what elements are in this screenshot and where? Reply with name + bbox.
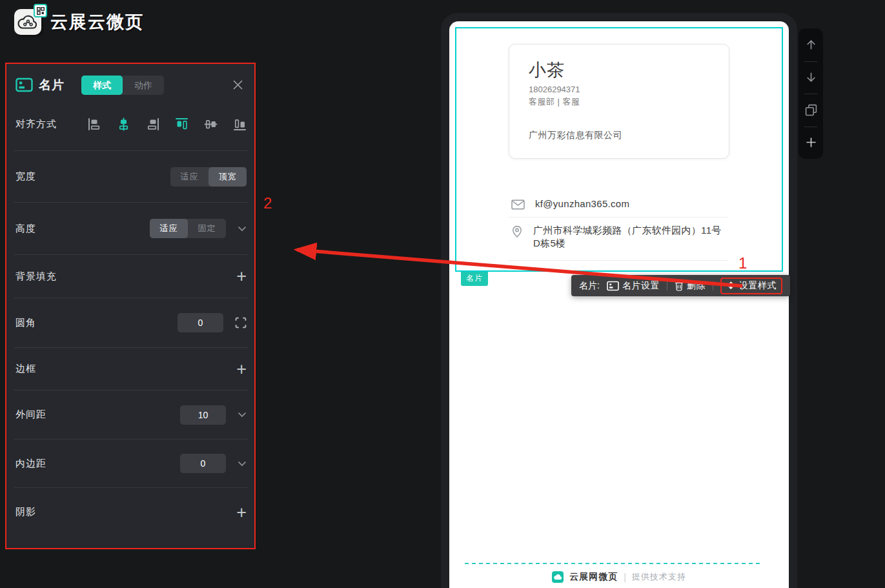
row-shadow: 阴影 + [14,488,248,536]
email-row[interactable]: kf@yunzhan365.com [511,198,728,210]
chevron-down-icon[interactable] [238,461,247,467]
divider [667,281,667,290]
move-down-button[interactable] [799,61,823,94]
width-segmented-control: 适应 顶宽 [170,167,247,187]
row-alignment: 对齐方式 [14,97,248,151]
align-right-icon[interactable] [146,117,159,131]
annotation-step-1: 1 [738,254,747,272]
duplicate-button[interactable] [799,94,823,127]
height-option-fit[interactable]: 适应 [150,219,188,238]
card-company: 广州万彩信息有限公司 [529,130,622,141]
row-label: 边框 [15,363,36,375]
row-label: 内边距 [15,458,46,470]
footer-separator: | [624,572,626,582]
card-department: 客服部 | 客服 [529,96,580,108]
row-label: 对齐方式 [15,118,57,130]
align-top-icon[interactable] [175,117,188,131]
annotation-step-2: 2 [263,194,272,212]
panel-title: 名片 [39,77,65,94]
row-inner-padding: 内边距 [14,440,248,488]
business-card-icon [15,77,33,92]
footer-dashed-divider [465,563,762,564]
move-up-button[interactable] [799,28,823,61]
add-component-button[interactable] [799,127,823,159]
page-canvas[interactable]: 小茶 18026294371 客服部 | 客服 广州万彩信息有限公司 kf@yu… [449,21,789,588]
add-icon[interactable]: + [236,361,247,377]
align-left-icon[interactable] [88,117,101,131]
row-width: 宽度 适应 顶宽 [14,151,248,203]
add-icon[interactable]: + [236,505,247,520]
context-toolbar: 名片: 名片设置 删除 ❖ 设置样式 [571,275,790,296]
align-center-horizontal-icon[interactable] [117,117,130,131]
corner-link-icon[interactable] [235,317,247,329]
row-label: 宽度 [15,170,36,183]
row-label: 外间距 [15,409,46,421]
panel-tabs: 样式 动作 [81,76,164,95]
footer-brand[interactable]: 云展网微页 [569,571,618,583]
card-name: 小茶 [529,59,565,82]
arrow-up-icon [804,38,818,52]
close-icon[interactable] [232,79,244,91]
row-height: 高度 适应 固定 [14,203,248,255]
row-label: 高度 [15,223,36,235]
row-outer-margin: 外间距 [14,390,248,440]
add-icon[interactable]: + [236,269,247,284]
row-corner-radius: 圆角 [14,298,248,348]
margin-input[interactable] [180,405,226,425]
business-card-component[interactable]: 小茶 18026294371 客服部 | 客服 广州万彩信息有限公司 [509,44,729,159]
brand: 云展云微页 [14,9,144,35]
component-action-toolbar [799,28,823,159]
row-border: 边框 + [14,348,248,390]
row-label: 圆角 [15,317,36,329]
cloud-badge-icon [552,571,564,583]
delete-button[interactable]: 删除 [675,280,706,292]
card-phone: 18026294371 [529,85,580,94]
width-option-full[interactable]: 顶宽 [209,167,247,187]
qr-badge-icon [34,4,47,17]
trash-icon [675,281,684,291]
row-background-fill: 背景填充 + [14,255,248,298]
panel-header: 名片 样式 动作 [6,64,254,97]
style-diamonds-icon: ❖ [726,281,736,291]
canvas-frame: 小茶 18026294371 客服部 | 客服 广州万彩信息有限公司 kf@yu… [441,13,797,588]
canvas-footer: 云展网微页 | 提供技术支持 [449,571,789,583]
email-text: kf@yunzhan365.com [535,198,629,210]
divider [713,281,713,290]
address-row[interactable]: 广州市科学城彩频路（广东软件园内）11号D栋5楼 [511,224,728,250]
radius-input[interactable] [178,313,223,332]
width-option-fit[interactable]: 适应 [170,167,209,187]
business-card-icon [607,281,619,291]
style-settings-panel: 名片 样式 动作 对齐方式 [5,63,256,549]
duplicate-icon [805,104,817,116]
mail-icon [511,199,525,210]
arrow-down-icon [804,70,818,84]
toolbar-prefix: 名片: [579,280,600,292]
row-label: 背景填充 [15,270,57,283]
align-bottom-icon[interactable] [233,117,247,131]
divider [509,217,728,218]
tab-style[interactable]: 样式 [81,76,123,95]
chevron-down-icon[interactable] [238,412,247,418]
address-text: 广州市科学城彩频路（广东软件园内）11号D栋5楼 [533,224,728,250]
padding-input[interactable] [180,454,226,473]
height-segmented-control: 适应 固定 [150,219,226,238]
plus-icon [805,136,817,148]
component-tag: 名片 [461,272,488,286]
location-pin-icon [511,225,523,238]
brand-title: 云展云微页 [50,10,144,34]
card-settings-button[interactable]: 名片设置 [607,280,660,292]
app-root: 云展云微页 名片 样式 动作 对齐方式 [0,0,885,588]
height-option-fixed[interactable]: 固定 [188,219,226,238]
tab-action[interactable]: 动作 [123,76,164,95]
set-style-button[interactable]: ❖ 设置样式 [720,278,782,294]
chevron-down-icon[interactable] [238,226,247,232]
row-label: 阴影 [15,506,36,518]
align-middle-vertical-icon[interactable] [204,117,218,131]
divider [509,260,728,261]
footer-support-text: 提供技术支持 [632,571,686,583]
